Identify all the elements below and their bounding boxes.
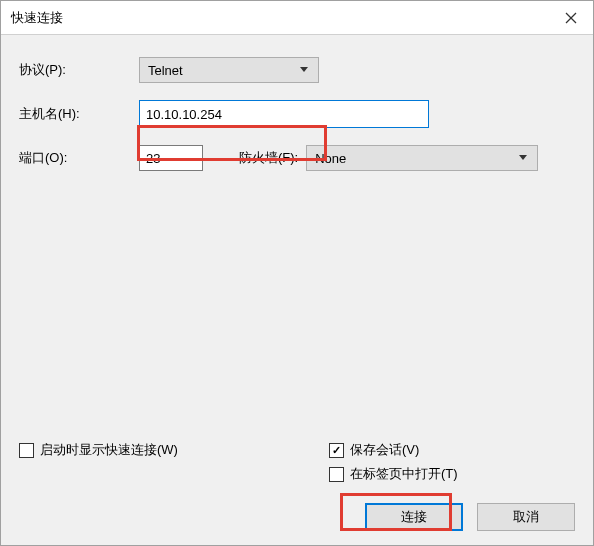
checkbox-icon	[19, 443, 34, 458]
checkbox-icon	[329, 467, 344, 482]
firewall-label: 防火墙(F):	[239, 149, 298, 167]
cancel-button-label: 取消	[513, 508, 539, 526]
protocol-value: Telnet	[148, 63, 183, 78]
hostname-input[interactable]	[139, 100, 429, 128]
save-session-checkbox[interactable]: 保存会话(V)	[329, 441, 458, 459]
show-on-startup-checkbox[interactable]: 启动时显示快速连接(W)	[19, 441, 329, 459]
firewall-value: None	[315, 151, 346, 166]
checkbox-icon	[329, 443, 344, 458]
port-row: 端口(O): 防火墙(F): None	[19, 145, 575, 171]
hostname-row: 主机名(H):	[19, 101, 575, 127]
protocol-combobox[interactable]: Telnet	[139, 57, 319, 83]
content-area: 协议(P): Telnet 主机名(H): 端口(O): 防火墙(F): Non…	[1, 35, 593, 545]
port-input[interactable]	[139, 145, 203, 171]
show-on-startup-label: 启动时显示快速连接(W)	[40, 441, 178, 459]
titlebar: 快速连接	[1, 1, 593, 35]
open-in-tab-checkbox[interactable]: 在标签页中打开(T)	[329, 465, 458, 483]
port-label: 端口(O):	[19, 149, 139, 167]
bottom-area: 启动时显示快速连接(W) 保存会话(V) 在标签页中打开(T) 连接	[19, 441, 575, 531]
checkbox-row: 启动时显示快速连接(W) 保存会话(V) 在标签页中打开(T)	[19, 441, 575, 489]
connect-button-label: 连接	[401, 508, 427, 526]
hostname-label: 主机名(H):	[19, 105, 139, 123]
protocol-label: 协议(P):	[19, 61, 139, 79]
connect-button[interactable]: 连接	[365, 503, 463, 531]
save-session-label: 保存会话(V)	[350, 441, 419, 459]
open-in-tab-label: 在标签页中打开(T)	[350, 465, 458, 483]
dialog-title: 快速连接	[11, 9, 63, 27]
quick-connect-dialog: 快速连接 协议(P): Telnet 主机名(H): 端口(O): 防火墙(F)…	[0, 0, 594, 546]
close-icon	[565, 12, 577, 24]
protocol-row: 协议(P): Telnet	[19, 57, 575, 83]
firewall-combobox[interactable]: None	[306, 145, 538, 171]
close-button[interactable]	[549, 1, 593, 35]
cancel-button[interactable]: 取消	[477, 503, 575, 531]
button-row: 连接 取消	[19, 503, 575, 531]
